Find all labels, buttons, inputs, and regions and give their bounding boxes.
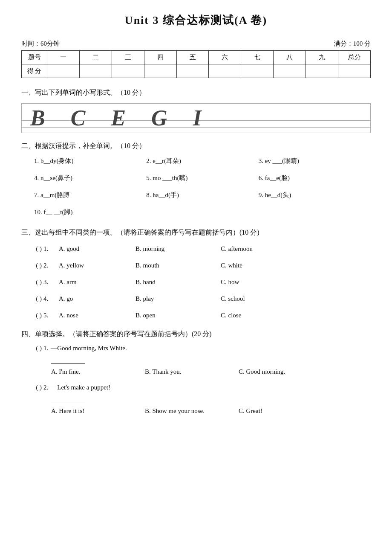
mc3-opt-1c: C. afternoon <box>221 243 297 255</box>
mc3-opt-4c: C. school <box>221 293 297 305</box>
answer-line-1 <box>51 356 85 364</box>
mc4-q1-options: A. I'm fine. B. Thank you. C. Good morni… <box>51 368 371 375</box>
section4-title: 四、单项选择。（请将正确答案的序号写在题前括号内）(20 分) <box>21 330 371 339</box>
mc3-opt-5a: A. nose <box>59 310 135 321</box>
mc4-num-2: 2. <box>43 384 48 391</box>
mc3-paren-4: ( ) <box>30 293 42 305</box>
score-header-四: 四 <box>144 51 176 64</box>
mc3-opt-4a: A. go <box>59 293 135 305</box>
section3-title: 三、选出每组中不同类的一项。（请将正确答案的序号写在题前括号内）(10 分) <box>21 228 371 237</box>
mc3-paren-1: ( ) <box>30 243 42 255</box>
letter-B: B <box>30 107 45 129</box>
mc4-q2-optB: B. Show me your nose. <box>145 407 239 415</box>
mc4-paren-1: ( ) <box>30 345 42 352</box>
score-header-五: 五 <box>176 51 209 64</box>
score-header-七: 七 <box>241 51 274 64</box>
score-table: 题号一二三四五六七八九总分 得 分 <box>21 50 371 78</box>
section1-title: 一、写出下列单词的小写形式。（10 分） <box>21 88 371 97</box>
score-header-六: 六 <box>209 51 241 64</box>
mc3-row-2: ( ) 2. A. yellow B. mouth C. white <box>30 260 371 271</box>
time-label: 时间：60分钟 <box>21 40 60 48</box>
fill-item-3: 3. ey ___(眼睛) <box>259 153 371 169</box>
letter-I: I <box>193 107 202 129</box>
mc3-num-1: 1. <box>43 243 56 255</box>
score-header-题号: 题号 <box>22 51 47 64</box>
score-header-九: 九 <box>306 51 338 64</box>
mc3-opt-2a: A. yellow <box>59 260 135 271</box>
score-header-二: 二 <box>79 51 112 64</box>
mc4-q2-optC: C. Great! <box>239 407 332 415</box>
mc3-row-4: ( ) 4. A. go B. play C. school <box>30 293 371 305</box>
fill-item-4: 4. n__se(鼻子) <box>34 170 146 186</box>
fill-item-10: 10. f__ __t(脚) <box>34 209 72 215</box>
mc3-paren-5: ( ) <box>30 310 42 321</box>
meta-row: 时间：60分钟 满分：100 分 <box>21 40 371 48</box>
fill-item-5: 5. mo ___th(嘴) <box>146 170 258 186</box>
mc3-row-1: ( ) 1. A. good B. morning C. afternoon <box>30 243 371 255</box>
mc3-opt-5c: C. close <box>221 310 297 321</box>
mc4-paren-2: ( ) <box>30 384 42 391</box>
mc4-q2-text: —Let's make a puppet! <box>51 384 110 391</box>
fill-item-6: 6. fa__e(脸) <box>259 170 371 186</box>
page-title: Unit 3 综合达标测试(A 卷) <box>21 13 371 28</box>
mc4-q2-optA: A. Here it is! <box>51 407 145 415</box>
letter-G: G <box>151 107 167 129</box>
mc4-q1-optB: B. Thank you. <box>145 368 239 375</box>
mc4-q1-optA: A. I'm fine. <box>51 368 145 375</box>
mc3-num-3: 3. <box>43 276 56 288</box>
mc3-row-3: ( ) 3. A. arm B. hand C. how <box>30 276 371 288</box>
score-header-一: 一 <box>47 51 80 64</box>
letter-E: E <box>111 107 126 129</box>
mc4-q2-options: A. Here it is! B. Show me your nose. C. … <box>51 407 371 415</box>
mc3-opt-2b: B. mouth <box>135 260 221 271</box>
answer-line-2 <box>51 395 85 403</box>
score-label: 得 分 <box>22 64 47 78</box>
mc3-opt-5b: B. open <box>135 310 221 321</box>
mc3-opt-3b: B. hand <box>135 276 221 288</box>
fill-item-9: 9. he__d(头) <box>259 187 371 203</box>
score-header-三: 三 <box>112 51 144 64</box>
score-header-总分: 总分 <box>338 51 371 64</box>
mc3-num-4: 4. <box>43 293 56 305</box>
mc4-q1-optC: C. Good morning. <box>239 368 332 375</box>
mc3-opt-4b: B. play <box>135 293 221 305</box>
section2-title: 二、根据汉语提示，补全单词。（10 分） <box>21 142 371 151</box>
mc3-opt-1b: B. morning <box>135 243 221 255</box>
mc3-opt-2c: C. white <box>221 260 297 271</box>
mc3-num-2: 2. <box>43 260 56 271</box>
score-header-八: 八 <box>274 51 306 64</box>
fill-item-1: 1. b__dy(身体) <box>34 153 146 169</box>
mc4-q1-text: —Good morning, Mrs White. <box>51 345 127 352</box>
letter-C: C <box>71 107 86 129</box>
mc3-num-5: 5. <box>43 310 56 321</box>
mc3-paren-2: ( ) <box>30 260 42 271</box>
mc3-paren-3: ( ) <box>30 276 42 288</box>
fill-item-8: 8. ha__d(手) <box>146 187 258 203</box>
fill-item-2: 2. e__r(耳朵) <box>146 153 258 169</box>
mc3-opt-3c: C. how <box>221 276 297 288</box>
mc4-num-1: 1. <box>43 345 48 352</box>
fill-item-7: 7. a__m(胳膊 <box>34 187 146 203</box>
mc3-opt-1a: A. good <box>59 243 135 255</box>
full-score-label: 满分：100 分 <box>334 40 371 48</box>
letter-display-box: B C E G I <box>21 103 371 133</box>
mc3-row-5: ( ) 5. A. nose B. open C. close <box>30 310 371 321</box>
mc3-opt-3a: A. arm <box>59 276 135 288</box>
